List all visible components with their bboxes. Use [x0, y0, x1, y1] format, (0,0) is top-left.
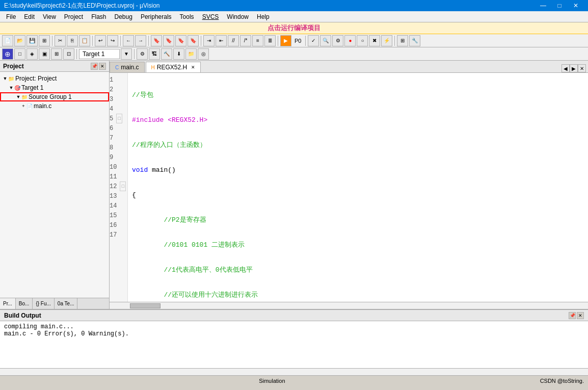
collapse-12[interactable]: □ — [120, 181, 126, 191]
paste-button[interactable]: 📋 — [79, 35, 90, 46]
tb2-btn5[interactable]: ⊡ — [63, 48, 74, 60]
redo-button[interactable]: ↪ — [107, 35, 118, 46]
menu-flash[interactable]: Flash — [87, 11, 110, 22]
run-button[interactable]: ▶ — [280, 35, 291, 46]
panel-tab-templates[interactable]: 0a Te... — [55, 298, 78, 309]
menu-project[interactable]: Project — [60, 11, 87, 22]
menu-file[interactable]: File — [2, 11, 20, 22]
close-button[interactable]: ✕ — [568, 0, 584, 11]
code-line-9: //还可以使用十六进制进行表示 — [132, 290, 584, 300]
menu-svcs[interactable]: SVCS — [198, 11, 223, 22]
close-panel-button[interactable]: ✕ — [99, 63, 106, 70]
tb2-btn4[interactable]: ⊞ — [51, 48, 62, 60]
outdent-button[interactable]: ⇤ — [216, 35, 227, 46]
close-editor-button[interactable]: ✕ — [578, 64, 586, 72]
code-text-6: //P2是寄存器 — [132, 215, 206, 225]
uncomment-button[interactable]: /* — [240, 35, 251, 46]
erase-button[interactable]: ✖ — [369, 35, 380, 46]
copy-button[interactable]: ⎘ — [67, 35, 78, 46]
collapse-5[interactable]: □ — [116, 114, 122, 123]
editor-tab-regx52-h[interactable]: H REGX52.H ✕ — [146, 62, 201, 72]
expander-main-c: + — [20, 103, 26, 109]
nav-back-button[interactable]: ← — [123, 35, 134, 46]
line-num-6: 6 — [110, 123, 116, 133]
nav-fwd-button[interactable]: → — [135, 35, 146, 46]
menu-peripherals[interactable]: Peripherals — [137, 11, 176, 22]
bookmark4-button[interactable]: 🔖 — [188, 35, 199, 46]
editor-tab-main-c[interactable]: C main.c — [110, 62, 145, 72]
tb2-btn2[interactable]: ◈ — [26, 48, 38, 60]
tree-source-group[interactable]: ▼ 📁 Source Group 1 — [0, 92, 109, 101]
build-line-2: main.c - 0 Error(s), 0 Warning(s). — [4, 330, 584, 337]
code-content[interactable]: //导包 #include <REGX52.H> //程序的入口（主函数） vo… — [128, 73, 588, 302]
editor-hscroll[interactable] — [110, 302, 588, 309]
main-c-label: main.c — [34, 102, 51, 110]
build-options-btn[interactable]: ⚙ — [137, 48, 148, 60]
panel-tabs: Pr... Bo... {} Fu... 0a Te... — [0, 298, 109, 309]
tab-scroll-left[interactable]: ◀ — [562, 64, 570, 72]
indent-button[interactable]: ⇥ — [203, 35, 215, 46]
undo-button[interactable]: ↩ — [95, 35, 106, 46]
build-btn[interactable]: 🏗 — [149, 48, 160, 60]
titlebar-title: E:\study\keil5\project\2-1点亮LED\Project.… — [4, 2, 159, 10]
menu-tools[interactable]: Tools — [176, 11, 198, 22]
code-text-5: { — [132, 190, 136, 200]
build-output-container: Build Output 📌 ✕ compiling main.c... mai… — [0, 309, 588, 375]
tb2-btn1[interactable]: □ — [14, 48, 25, 60]
maximize-button[interactable]: □ — [551, 0, 568, 11]
code-text-4: main() — [148, 165, 176, 175]
download-btn[interactable]: ⬇ — [173, 48, 184, 60]
open-project-btn[interactable]: 📁 — [185, 48, 197, 60]
reset-button[interactable]: ⚙ — [332, 35, 343, 46]
line-num-3: 3 — [110, 94, 116, 104]
code-area[interactable]: 1 2 3 4 5 — [110, 73, 588, 302]
new-file-button[interactable]: 📄 — [2, 35, 13, 46]
save-all-button[interactable]: ⊞ — [39, 35, 50, 46]
menu-help[interactable]: Help — [253, 11, 274, 22]
bookmark2-button[interactable]: 🔖 — [163, 35, 174, 46]
cut-button[interactable]: ✂ — [55, 35, 66, 46]
target-label: Target 1 — [79, 49, 120, 59]
tab-scroll-right[interactable]: ▶ — [570, 64, 578, 72]
sep-7 — [305, 36, 306, 46]
tb2-btn3[interactable]: ▣ — [39, 48, 50, 60]
tree-target1[interactable]: ▼ 🎯 Target 1 — [0, 83, 109, 92]
debug-icon-button[interactable]: ⊕ — [2, 48, 13, 60]
target-dropdown[interactable]: ▼ — [121, 48, 132, 60]
panel-tab-books[interactable]: Bo... — [16, 298, 33, 309]
code-text-1: //导包 — [132, 90, 153, 100]
pin-button[interactable]: 📌 — [91, 63, 98, 70]
stop-button[interactable]: ● — [344, 35, 356, 46]
format-button[interactable]: ≡ — [252, 35, 263, 46]
minimize-button[interactable]: — — [535, 0, 551, 11]
menu-debug[interactable]: Debug — [111, 11, 137, 22]
format2-button[interactable]: ≣ — [264, 35, 276, 46]
panel-tab-functions[interactable]: {} Fu... — [33, 298, 54, 309]
build-pin-button[interactable]: 📌 — [569, 312, 576, 319]
power-button[interactable]: ⚡ — [381, 35, 392, 46]
save-button[interactable]: 💾 — [26, 35, 38, 46]
check-button[interactable]: ✓ — [308, 35, 319, 46]
tree-main-c[interactable]: + 📄 main.c — [0, 101, 109, 111]
panel-tab-project[interactable]: Pr... — [0, 298, 16, 309]
project-icon: 📁 — [8, 76, 14, 82]
close-tab-icon[interactable]: ✕ — [191, 65, 195, 70]
comment-button[interactable]: // — [228, 35, 239, 46]
tree-project-root[interactable]: ▼ 📁 Project: Project — [0, 74, 109, 83]
bookmark-button[interactable]: 🔖 — [151, 35, 162, 46]
search-button[interactable]: 🔍 — [320, 35, 331, 46]
build-output-controls: 📌 ✕ — [569, 312, 584, 319]
settings-button[interactable]: 🔧 — [409, 35, 420, 46]
grid-button[interactable]: ⊞ — [397, 35, 408, 46]
tb2-btn6[interactable]: ◎ — [198, 48, 209, 60]
bookmark3-button[interactable]: 🔖 — [175, 35, 186, 46]
build-hscroll[interactable] — [0, 368, 588, 375]
menu-window[interactable]: Window — [223, 11, 253, 22]
menu-edit[interactable]: Edit — [20, 11, 39, 22]
build-close-button[interactable]: ✕ — [577, 312, 584, 319]
open-button[interactable]: 📂 — [14, 35, 25, 46]
rebuild-btn[interactable]: 🔨 — [161, 48, 172, 60]
circle-button[interactable]: ○ — [357, 35, 368, 46]
collapse-9 — [116, 152, 122, 162]
menu-view[interactable]: View — [39, 11, 60, 22]
